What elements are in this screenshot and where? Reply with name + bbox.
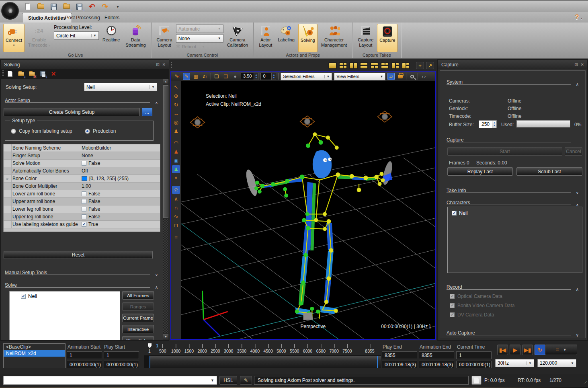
globe-icon[interactable]: ◉ <box>172 156 180 164</box>
property-row[interactable]: Lower leg roll boneFalse <box>4 205 160 213</box>
delete-setup-icon[interactable]: ✕ <box>50 70 57 78</box>
resize-grip[interactable]: ⋰ <box>584 380 587 384</box>
clip-item[interactable]: <BaseClip> <box>4 344 65 350</box>
property-value[interactable]: [0, 128, 255] (255) <box>79 176 160 181</box>
solving-panel-titlebar[interactable]: Solving ⊡✕ <box>1 60 169 69</box>
start-capture-button[interactable]: Start <box>447 147 562 156</box>
replay-last-button[interactable]: Replay Last <box>447 167 513 176</box>
new-file-icon[interactable] <box>23 2 32 11</box>
open-file-icon[interactable] <box>36 2 45 11</box>
property-value[interactable]: False <box>79 214 160 220</box>
camera-calibration-button[interactable]: CameraCalibration <box>225 24 250 52</box>
radio-copy-from-labeling[interactable]: Copy from labeling setup <box>11 128 72 134</box>
data-streaming-button[interactable]: DataStreaming <box>123 24 148 52</box>
lock-view-icon[interactable] <box>397 73 404 80</box>
all-frames-button[interactable]: All Frames <box>122 291 154 300</box>
toolbar-grip[interactable] <box>2 70 4 77</box>
manual-setup-tools-header[interactable]: Manual Setup Tools∨ <box>5 269 159 275</box>
magnify-icon[interactable] <box>408 73 416 80</box>
sort-depth-icon[interactable]: Z↑ <box>201 73 209 80</box>
loop-button[interactable]: ↻ <box>535 345 545 355</box>
translate-icon[interactable]: ⊕ <box>172 92 180 100</box>
arc-tool-icon[interactable]: ∩ <box>172 203 180 211</box>
play-end-timecode[interactable]: 00:01:09.18(3) <box>382 361 417 368</box>
create-solving-setup-button[interactable]: Create Solving Setup <box>4 108 140 116</box>
new-setup-icon[interactable] <box>6 70 14 78</box>
frame-ruler[interactable]: 1 15001000150020002500300035004000450050… <box>150 343 370 355</box>
offset-spinner[interactable]: 0▲▼ <box>260 73 276 80</box>
duplicate-icon[interactable]: ❏ <box>213 73 220 80</box>
radio-production[interactable]: Production <box>85 128 116 134</box>
play-start-timecode[interactable]: 00:00:00:00(1) <box>104 361 139 368</box>
float-capture-icon[interactable]: ⊡ <box>574 62 578 67</box>
reset-button[interactable]: Reset <box>4 251 153 259</box>
solve-character-list[interactable]: Neil <box>9 291 120 340</box>
current-frame-button[interactable]: Current Frame <box>122 314 154 322</box>
bone-pick-icon[interactable]: ⌖ <box>172 174 180 182</box>
solving-button[interactable]: Solving <box>298 24 318 52</box>
record-option-dv-camera-data[interactable]: DV Camera Data <box>450 312 494 318</box>
strip-grip[interactable] <box>171 62 172 69</box>
layout-two-vertical-icon[interactable] <box>349 62 358 69</box>
gizmo-icon[interactable]: ◎ <box>172 118 180 126</box>
undo-icon[interactable]: ↶ <box>88 2 96 11</box>
animation-start-timecode[interactable]: 00:00:00:00(1) <box>67 361 102 368</box>
layout-one-left-two-right-icon[interactable] <box>391 62 400 69</box>
ranges-button[interactable]: Ranges <box>122 302 154 311</box>
animation-end-field[interactable]: 8355 <box>419 351 454 359</box>
take-info-header[interactable]: Take Info∨ <box>447 187 580 193</box>
caret-tool-icon[interactable]: ∧ <box>172 195 180 203</box>
clip-item[interactable]: NeilROM_x2d <box>4 350 65 357</box>
frame-selection-icon[interactable]: ▱ <box>387 73 395 80</box>
export-icon[interactable]: ↓ <box>75 2 84 11</box>
camera-layout-button[interactable]: CameraLayout <box>155 24 174 52</box>
actor-add-icon[interactable]: ♟ <box>172 148 180 156</box>
qat-dropdown-icon[interactable]: ▾ <box>113 2 122 11</box>
property-row[interactable]: Solve MotionFalse <box>4 160 160 167</box>
property-value[interactable]: Off <box>79 168 160 174</box>
layout-quad-icon[interactable] <box>339 62 347 69</box>
solving-setup-dropdown[interactable]: Neil▼ <box>84 83 157 91</box>
edit-layout-icon[interactable]: ↗ <box>426 62 434 69</box>
property-value[interactable]: True <box>79 222 160 227</box>
property-row[interactable]: Bone Naming SchemeMotionBuilder <box>4 144 160 152</box>
float-panel-icon[interactable]: ⊡ <box>156 62 159 67</box>
solve-list-item[interactable]: Neil <box>10 292 120 299</box>
curves-icon[interactable]: ∿ <box>172 212 180 220</box>
hsl-button[interactable]: HSL <box>219 376 237 385</box>
characters-list[interactable]: Neil <box>447 207 582 273</box>
viewport-canvas[interactable]: Selection: Neil Active Clip: NeilROM_x2d… <box>181 81 435 339</box>
edit-note-button[interactable]: ✎ <box>240 376 252 385</box>
browse-setup-button[interactable]: ... <box>142 108 152 116</box>
import-setup-icon[interactable]: ↓ <box>17 70 25 78</box>
lasso-icon[interactable]: ◠ <box>172 139 180 147</box>
property-row[interactable]: Upper arm roll boneFalse <box>4 198 160 205</box>
paint-select-icon[interactable]: ✎ <box>183 73 190 80</box>
property-value[interactable]: 1.00 <box>79 183 160 189</box>
go-to-start-button[interactable]: ▮◀ <box>497 345 508 355</box>
solve-header[interactable]: Solve∧ <box>5 281 159 287</box>
rate-dropdown[interactable]: 30Hz▼ <box>495 359 534 367</box>
close-panel-icon[interactable]: ✕ <box>162 62 166 67</box>
bell-icon[interactable]: ⍾ <box>172 186 180 194</box>
play-start-field[interactable]: 1 <box>104 351 139 359</box>
property-value[interactable]: False <box>79 199 160 204</box>
marquee-select-icon[interactable]: ▦ <box>192 73 199 80</box>
redo-icon[interactable]: ↷ <box>100 2 109 11</box>
record-option-optical-camera-data[interactable]: Optical Camera Data <box>450 294 502 299</box>
layout-two-horizontal-icon[interactable] <box>360 62 368 69</box>
close-capture-icon[interactable]: ✕ <box>581 62 584 67</box>
property-value[interactable]: False <box>79 206 160 212</box>
actor-setup-header[interactable]: Actor Setup∧ <box>5 96 159 103</box>
capture-button[interactable]: Capture <box>377 24 397 52</box>
toolbar-overflow-icon[interactable]: › › <box>420 73 427 80</box>
fps-dropdown[interactable]: 120.000▼ <box>537 359 576 367</box>
cancel-capture-button[interactable]: Cancel <box>565 147 582 156</box>
capture-section-header[interactable]: Capture <box>447 136 580 142</box>
app-logo-icon[interactable] <box>1 2 19 20</box>
layout-two-left-one-right-icon[interactable] <box>402 62 410 69</box>
layout-two-top-one-bottom-icon[interactable] <box>381 62 389 69</box>
rotate-icon[interactable]: ↻ <box>172 101 180 109</box>
realtime-button[interactable]: Realtime <box>100 24 122 52</box>
property-row[interactable]: Lower arm roll boneFalse <box>4 190 160 198</box>
